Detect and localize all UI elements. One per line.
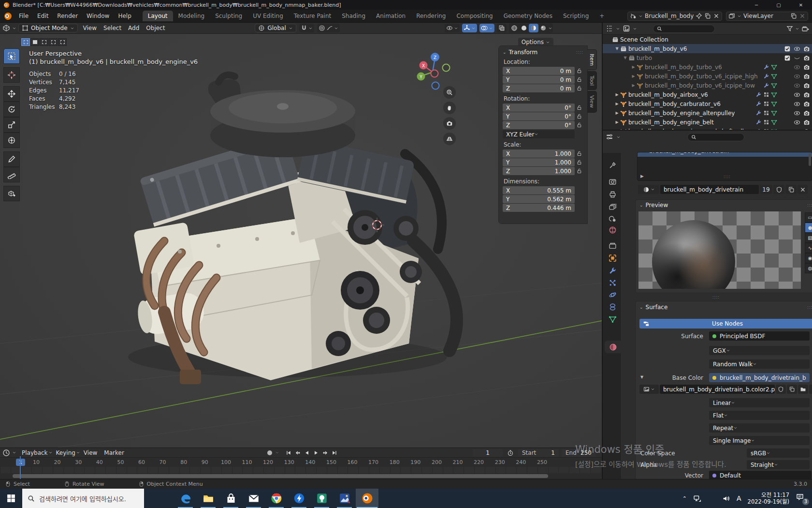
lock-open-icon[interactable] (576, 159, 582, 165)
panel-grip[interactable]: :::: (807, 203, 812, 208)
viewport-menu-view[interactable]: View (80, 24, 100, 32)
eye-icon[interactable] (794, 110, 800, 117)
xray-toggle[interactable] (497, 24, 507, 32)
properties-tab-constraints[interactable] (604, 300, 621, 313)
outliner-row[interactable]: ▶bruckell_m_body_turbo_v6 (603, 62, 812, 72)
menu-edit[interactable]: Edit (33, 11, 53, 21)
taskbar-app-bookmark-app[interactable] (310, 489, 333, 508)
tool-select-box[interactable] (3, 48, 20, 64)
tab-sculpting[interactable]: Sculpting (210, 11, 247, 21)
lock-open-icon[interactable] (576, 85, 582, 91)
eye-dim-icon[interactable] (794, 64, 800, 71)
gizmos-dropdown[interactable] (462, 24, 477, 32)
maximize-button[interactable]: ▢ (770, 0, 787, 10)
fake-user-button[interactable] (773, 185, 784, 194)
frame-end-field[interactable]: End250 (562, 449, 595, 457)
minimize-button[interactable]: ─ (748, 0, 765, 10)
notification-center-button[interactable]: 3 (796, 493, 807, 504)
use-nodes-button[interactable]: Use Nodes (639, 319, 812, 329)
tool-measure[interactable] (3, 167, 20, 182)
select-mode-subtract[interactable] (40, 38, 48, 46)
property-base-color-field[interactable]: bruckell_m_body_drivetrain_b.color... (709, 373, 810, 382)
auto-key-toggle[interactable] (266, 449, 274, 457)
property-vector-field[interactable]: Default (709, 471, 812, 479)
material-slot-list[interactable]: bruckell_m_body_drivetrain ▶ :::: (637, 152, 812, 181)
use-preview-range-toggle[interactable] (506, 449, 515, 457)
menu-file[interactable]: File (14, 11, 33, 21)
editor-type-properties-icon[interactable] (606, 133, 613, 141)
preview-type-hair-button[interactable]: ∿ (805, 243, 812, 253)
3d-viewport[interactable]: Options User Perspective (1) bruckell_m_… (0, 34, 602, 448)
fake-user-button[interactable] (776, 385, 786, 394)
timeline-menu-marker[interactable]: Marker (101, 448, 127, 457)
disclosure-closed-icon[interactable]: ▶ (630, 83, 637, 88)
zoom-button[interactable] (443, 86, 456, 99)
tab-layout[interactable]: Layout (143, 11, 173, 21)
tool-transform[interactable] (3, 133, 20, 148)
lock-open-icon[interactable] (576, 68, 582, 74)
display-mode-icon[interactable] (623, 25, 630, 32)
expand-icon[interactable]: ▶ (640, 174, 644, 179)
checkbox-icon[interactable] (784, 55, 791, 61)
properties-tab-material[interactable] (605, 341, 621, 353)
transform-scale-x-field[interactable]: X1.000 (503, 149, 575, 158)
copy-icon[interactable] (790, 13, 797, 19)
tool-move[interactable] (3, 86, 20, 102)
camera-restrict-icon[interactable] (803, 91, 810, 98)
taskbar-clock[interactable]: 오전 11:17 2022-09-19(월) (748, 492, 789, 505)
editor-type-outliner-icon[interactable] (606, 25, 613, 32)
eye-closed-icon[interactable] (794, 55, 800, 61)
slot-list-scrollbar[interactable] (809, 153, 811, 166)
property-random-walk-dropdown[interactable]: Random Walk (709, 359, 810, 369)
disclosure-closed-icon[interactable]: ▶ (614, 92, 620, 97)
outliner-row[interactable]: ▶bruckell_m_body_airbox_v6 (603, 90, 812, 99)
unlink-image-button[interactable] (809, 385, 812, 394)
transform-location-z-field[interactable]: Z0 m (503, 84, 575, 92)
tool-annotate[interactable] (3, 151, 20, 167)
menu-window[interactable]: Window (82, 11, 114, 21)
properties-tab-physics[interactable] (604, 288, 621, 301)
taskbar-app-store[interactable] (219, 489, 242, 508)
shading-wireframe-button[interactable] (509, 24, 519, 32)
eye-icon[interactable] (794, 45, 800, 52)
preview-type-flat-button[interactable]: ▭ (805, 212, 812, 223)
taskbar-app-media-app[interactable] (333, 489, 356, 508)
property-linear-dropdown[interactable]: Linear (709, 398, 810, 407)
editor-type-3dview-icon[interactable] (2, 24, 10, 32)
camera-restrict-icon[interactable] (803, 73, 810, 80)
unlink-material-button[interactable] (798, 185, 808, 194)
properties-tab-tool[interactable] (604, 159, 621, 171)
timeline-ruler[interactable]: 1020304050607080901001101201301401501601… (0, 458, 602, 467)
properties-search-input[interactable] (687, 133, 744, 141)
disclosure-closed-icon[interactable]: ▶ (630, 74, 637, 78)
ortho-toggle-button[interactable] (443, 133, 456, 145)
camera-view-button[interactable] (443, 117, 456, 130)
collapse-icon[interactable]: ⌄ (639, 203, 643, 208)
eye-dim-icon[interactable] (794, 73, 800, 80)
open-image-button[interactable] (798, 385, 808, 394)
tool-add-cube[interactable] (3, 186, 20, 201)
transform-scale-y-field[interactable]: Y1.000 (503, 158, 575, 166)
close-icon[interactable] (799, 13, 806, 19)
preview-type-cube-button[interactable]: ▧ (805, 233, 812, 243)
new-collection-icon[interactable] (801, 25, 809, 32)
taskbar-search-input[interactable]: 검색하려면 여기에 입력하십시오. (22, 489, 144, 508)
select-mode-extend[interactable] (30, 38, 39, 46)
tab-texture-paint[interactable]: Texture Paint (289, 11, 336, 21)
timeline-scrollbar[interactable] (13, 474, 548, 478)
properties-tab-collection[interactable] (604, 239, 621, 252)
select-mode-invert[interactable] (49, 38, 58, 46)
material-browse-dropdown[interactable] (638, 185, 659, 194)
current-frame-field[interactable]: 1 (473, 449, 503, 457)
menu-render[interactable]: Render (53, 11, 82, 21)
property-flat-dropdown[interactable]: Flat (709, 411, 810, 420)
material-users-button[interactable]: 19 (760, 185, 772, 194)
camera-restrict-icon[interactable] (803, 119, 810, 126)
transform-dimensions-z-field[interactable]: Z0.446 m (503, 204, 575, 212)
viewlayer-selector[interactable]: ViewLayer (726, 12, 808, 21)
disclosure-closed-icon[interactable]: ▶ (614, 111, 620, 115)
shading-rendered-button[interactable] (538, 24, 548, 32)
disclosure-open-icon[interactable]: ▼ (614, 46, 620, 51)
image-browse-dropdown[interactable] (639, 385, 659, 394)
transform-rotation-x-field[interactable]: X0° (503, 104, 575, 112)
